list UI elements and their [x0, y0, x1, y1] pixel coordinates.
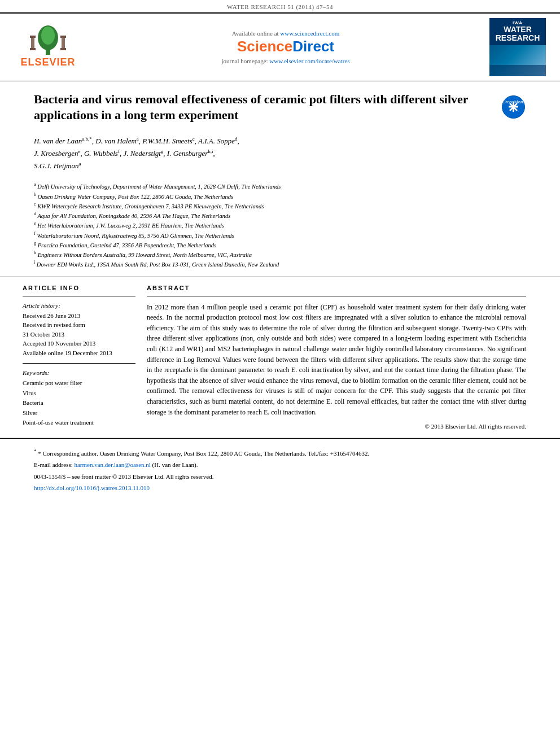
svg-rect-3	[31, 37, 34, 49]
author-email-link[interactable]: harmen.van.der.laan@oasen.nl	[74, 461, 150, 468]
keyword-3: Bacteria	[23, 398, 135, 408]
elsevier-tree-icon	[25, 25, 71, 56]
footer-section: * * Corresponding author. Oasen Drinking…	[0, 438, 560, 501]
history-revised-label: Received in revised form	[23, 320, 135, 330]
doi-note: http://dx.doi.org/10.1016/j.watres.2013.…	[34, 483, 526, 493]
issn-note: 0043-1354/$ – see front matter © 2013 El…	[34, 472, 526, 482]
article-info-heading: ARTICLE INFO	[23, 285, 135, 291]
crossmark-icon: CrossMark	[501, 94, 526, 120]
author-6: G. Wubbels	[84, 149, 118, 158]
author-1: H. van der Laan	[34, 137, 82, 145]
author-9: S.G.J. Heijman	[34, 162, 78, 171]
article-history-heading: Article history:	[23, 302, 135, 309]
water-research-logo: IWA WATER RESEARCH	[487, 18, 549, 76]
elsevier-logo: ELSEVIER	[20, 25, 75, 68]
svg-rect-8	[60, 48, 66, 50]
keywords-heading: Keywords:	[23, 369, 135, 376]
elsevier-label: ELSEVIER	[20, 56, 75, 68]
wr-image	[489, 45, 546, 76]
copyright-notice: © 2013 Elsevier Ltd. All rights reserved…	[147, 423, 526, 430]
author-2: D. van Halem	[95, 137, 137, 145]
affil-c: c KWR Watercycle Research Institute, Gro…	[34, 201, 526, 211]
author-3-sup: c	[193, 136, 195, 142]
affil-b: b Oasen Drinking Water Company, Post Box…	[34, 191, 526, 201]
author-1-sup: a,b,*	[82, 136, 92, 142]
history-online: Available online 19 December 2013	[23, 348, 135, 358]
author-3: P.W.M.H. Smeets	[142, 137, 192, 145]
sciencedirect-logo: ScienceDirect	[90, 38, 481, 55]
doi-link[interactable]: http://dx.doi.org/10.1016/j.watres.2013.…	[34, 484, 150, 491]
corresponding-author-note: * * Corresponding author. Oasen Drinking…	[34, 448, 526, 458]
affil-h: h Engineers Without Borders Australia, 9…	[34, 250, 526, 259]
affil-d: d Aqua for All Foundation, Koningskade 4…	[34, 211, 526, 220]
journal-citation: WATER RESEARCH 51 (2014) 47–54	[227, 3, 333, 10]
keyword-4: Silver	[23, 408, 135, 418]
article-info-column: ARTICLE INFO Article history: Received 2…	[23, 285, 135, 430]
author-4: A.I.A. Soppe	[198, 137, 235, 145]
affil-a: a Delft University of Technology, Depart…	[34, 181, 526, 191]
svg-point-2	[41, 27, 55, 45]
authors-list: H. van der Laana,b,*, D. van Halema, P.W…	[34, 135, 526, 172]
history-received: Received 26 June 2013	[23, 311, 135, 321]
sciencedirect-url[interactable]: www.sciencedirect.com	[280, 30, 339, 37]
author-5: J. Kroesbergen	[34, 149, 78, 158]
author-8-sup: h,i	[208, 148, 213, 154]
abstract-text: In 2012 more than 4 million people used …	[147, 302, 526, 418]
author-5-sup: e	[78, 148, 80, 154]
affil-i: i Downer EDI Works Ltd., 135A Main South…	[34, 259, 526, 269]
history-accepted: Accepted 10 November 2013	[23, 339, 135, 348]
keyword-2: Virus	[23, 388, 135, 399]
keyword-5: Point-of-use water treatment	[23, 418, 135, 428]
svg-rect-7	[60, 36, 66, 38]
keyword-1: Ceramic pot water filter	[23, 378, 135, 388]
journal-homepage: journal homepage: www.elsevier.com/locat…	[90, 58, 481, 64]
article-title: Bacteria and virus removal effectiveness…	[34, 91, 495, 124]
article-info-divider	[23, 296, 135, 296]
affiliations-section: a Delft University of Technology, Depart…	[0, 177, 560, 276]
available-online-text: Available online at www.sciencedirect.co…	[90, 30, 481, 37]
affil-g: g Practica Foundation, Oosteind 47, 3356…	[34, 240, 526, 250]
svg-rect-5	[30, 48, 36, 50]
author-7: J. Nederstigt	[123, 149, 160, 158]
top-bar: WATER RESEARCH 51 (2014) 47–54	[0, 0, 560, 12]
affil-f: f Waterlaboratorium Noord, Rijksstraatwe…	[34, 230, 526, 240]
svg-rect-6	[62, 37, 65, 49]
author-4-sup: d	[235, 136, 238, 142]
abstract-column: ABSTRACT In 2012 more than 4 million peo…	[147, 285, 526, 430]
author-6-sup: f	[118, 148, 120, 154]
wr-badge: IWA WATER RESEARCH	[489, 18, 546, 45]
keywords-divider	[23, 363, 135, 364]
history-revised-date: 31 October 2013	[23, 330, 135, 339]
author-2-sup: a	[137, 136, 139, 142]
header-center: Available online at www.sciencedirect.co…	[90, 30, 481, 64]
publisher-logo: ELSEVIER	[11, 25, 85, 68]
author-7-sup: g	[161, 148, 164, 154]
main-body: ARTICLE INFO Article history: Received 2…	[0, 277, 560, 439]
abstract-divider	[147, 296, 526, 296]
title-section: Bacteria and virus removal effectiveness…	[0, 81, 560, 130]
journal-header: ELSEVIER Available online at www.science…	[0, 12, 560, 81]
author-9-sup: a	[78, 161, 81, 167]
svg-rect-4	[30, 36, 36, 38]
email-note: E-mail address: harmen.van.der.laan@oase…	[34, 460, 526, 470]
journal-homepage-link[interactable]: www.elsevier.com/locate/watres	[269, 58, 349, 64]
authors-section: H. van der Laana,b,*, D. van Halema, P.W…	[0, 130, 560, 177]
author-8: I. Gensburger	[167, 149, 208, 158]
affil-e: e Het Waterlaboratorium, J.W. Lucasweg 2…	[34, 220, 526, 230]
abstract-heading: ABSTRACT	[147, 285, 526, 291]
